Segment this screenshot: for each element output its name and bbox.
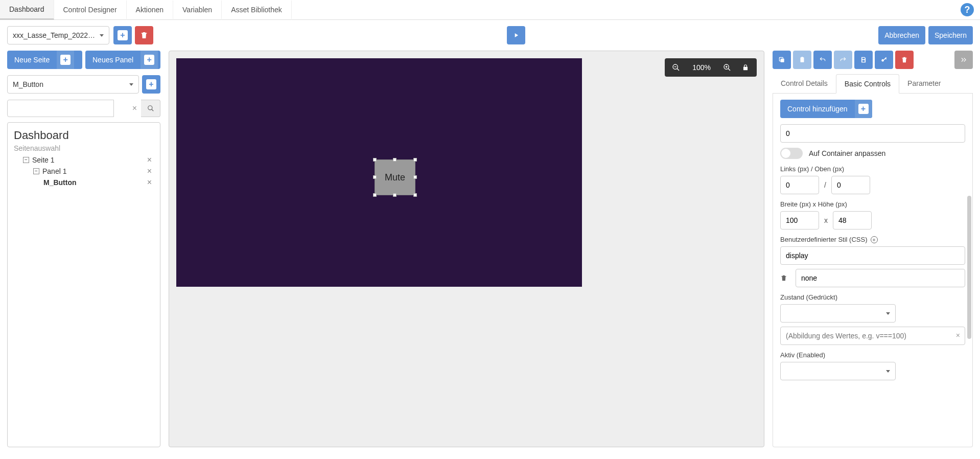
undo-button[interactable] [813, 51, 832, 69]
svg-line-3 [677, 68, 679, 71]
chevron-down-icon [886, 370, 890, 373]
resize-handle[interactable] [413, 175, 417, 179]
links-input[interactable] [780, 176, 819, 194]
tree-title: Dashboard [14, 129, 154, 142]
chevron-down-icon [129, 83, 133, 86]
save-props-button[interactable] [854, 51, 873, 69]
scrollbar[interactable] [967, 196, 971, 339]
search-button[interactable] [141, 100, 160, 117]
svg-point-13 [881, 59, 884, 62]
collapse-icon[interactable]: − [33, 168, 39, 174]
tab-control-designer[interactable]: Control Designer [54, 1, 127, 19]
tab-dashboard[interactable]: Dashboard [0, 0, 54, 20]
breite-input[interactable] [780, 211, 819, 230]
resize-handle[interactable] [373, 175, 377, 179]
properties-body: Control hinzufügen + Auf Container anpas… [773, 94, 973, 447]
top-tab-bar: Dashboard Control Designer Aktionen Vari… [0, 0, 980, 20]
oben-input[interactable] [831, 176, 870, 194]
tab-asset-bibliothek[interactable]: Asset Bibliothek [222, 1, 292, 19]
delete-control-icon[interactable]: × [145, 178, 154, 187]
add-dashboard-button[interactable]: + [113, 26, 132, 44]
save-button[interactable]: Speichern [928, 26, 973, 44]
zustand-select[interactable] [780, 304, 896, 323]
new-panel-button[interactable]: Neues Panel + [85, 51, 160, 69]
cancel-button[interactable]: Abbrechen [878, 26, 925, 44]
paste-button[interactable] [793, 51, 811, 69]
svg-line-6 [728, 68, 730, 71]
svg-point-0 [148, 106, 152, 110]
redo-button[interactable] [834, 51, 852, 69]
resize-handle[interactable] [373, 193, 377, 197]
value-input[interactable] [780, 124, 965, 143]
delete-props-button[interactable] [895, 51, 914, 69]
tree-item-control[interactable]: M_Button × [14, 177, 154, 188]
tab-control-details[interactable]: Control Details [773, 74, 836, 93]
zoom-out-button[interactable] [667, 58, 685, 77]
css-value-input[interactable] [796, 269, 965, 287]
tab-variablen[interactable]: Variablen [173, 1, 222, 19]
main-toolbar: xxx_Lasse_Temp_2022-11-... + Abbrechen S… [0, 20, 980, 51]
fit-container-toggle[interactable] [780, 148, 803, 159]
key-button[interactable] [875, 51, 893, 69]
right-panel: Control Details Basic Controls Parameter… [773, 51, 973, 447]
chevron-down-icon [886, 312, 890, 315]
new-page-button[interactable]: Neue Seite + [7, 51, 82, 69]
delete-dashboard-button[interactable] [135, 26, 153, 44]
control-type-select[interactable]: M_Button [7, 75, 139, 94]
resize-handle[interactable] [393, 193, 396, 197]
left-panel: Neue Seite + Neues Panel + M_Button + × [7, 51, 160, 447]
right-tab-bar: Control Details Basic Controls Parameter [773, 74, 973, 94]
svg-rect-9 [781, 59, 784, 62]
delete-css-icon[interactable] [780, 274, 790, 282]
play-button[interactable] [507, 26, 525, 44]
fit-container-label: Auf Container anpassen [809, 149, 885, 157]
links-oben-label: Links (px) / Oben (px) [780, 165, 965, 173]
preview-panel[interactable]: Mute [176, 58, 582, 287]
canvas-area[interactable]: Mute 100% [169, 51, 764, 447]
dashboard-select-label: xxx_Lasse_Temp_2022-11-... [13, 31, 96, 39]
resize-handle[interactable] [393, 158, 396, 162]
zoom-in-button[interactable] [718, 58, 736, 77]
tab-parameter[interactable]: Parameter [899, 74, 949, 93]
resize-handle[interactable] [373, 158, 377, 162]
resize-handle[interactable] [413, 193, 417, 197]
aktiv-label: Aktiv (Enabled) [780, 351, 965, 359]
clear-search-icon[interactable]: × [132, 104, 137, 113]
resize-handle[interactable] [413, 158, 417, 162]
tree-subtitle: Seitenauswahl [14, 144, 154, 152]
add-css-button[interactable]: + [871, 236, 878, 243]
chevron-down-icon [100, 34, 104, 37]
mute-button-control[interactable]: Mute [375, 159, 415, 195]
breite-hoehe-label: Breite (px) x Höhe (px) [780, 200, 965, 208]
tree-item-page[interactable]: − Seite 1 × [14, 154, 154, 166]
slash-separator: / [824, 181, 826, 189]
tree-panel: Dashboard Seitenauswahl − Seite 1 × − Pa… [7, 122, 160, 447]
collapse-icon[interactable]: − [23, 157, 29, 163]
control-type-label: M_Button [13, 80, 43, 88]
clear-mapping-icon[interactable]: × [956, 331, 960, 339]
svg-line-1 [151, 109, 153, 111]
hoehe-input[interactable] [833, 211, 872, 230]
canvas-toolbar: 100% [665, 58, 757, 77]
mapping-input[interactable] [780, 327, 965, 345]
expand-panel-button[interactable] [954, 51, 973, 69]
css-label: Benutzerdefinierter Stil (CSS) + [780, 236, 965, 243]
dashboard-select[interactable]: xxx_Lasse_Temp_2022-11-... [7, 26, 109, 44]
aktiv-select[interactable] [780, 362, 896, 380]
tree-item-panel[interactable]: − Panel 1 × [14, 166, 154, 177]
control-label: Mute [385, 172, 405, 183]
tab-basic-controls[interactable]: Basic Controls [836, 74, 899, 94]
help-icon[interactable]: ? [961, 3, 974, 16]
copy-button[interactable] [773, 51, 791, 69]
add-control-button[interactable]: Control hinzufügen + [780, 100, 872, 118]
add-control-left-button[interactable]: + [142, 75, 160, 94]
css-prop-input[interactable] [780, 246, 965, 265]
zustand-label: Zustand (Gedrückt) [780, 293, 965, 301]
x-separator: x [824, 216, 828, 224]
delete-page-icon[interactable]: × [145, 155, 154, 165]
tree-search-input[interactable] [7, 100, 114, 117]
lock-button[interactable] [736, 58, 755, 77]
zoom-level: 100% [685, 63, 718, 72]
tab-aktionen[interactable]: Aktionen [127, 1, 173, 19]
delete-panel-icon[interactable]: × [145, 167, 154, 176]
